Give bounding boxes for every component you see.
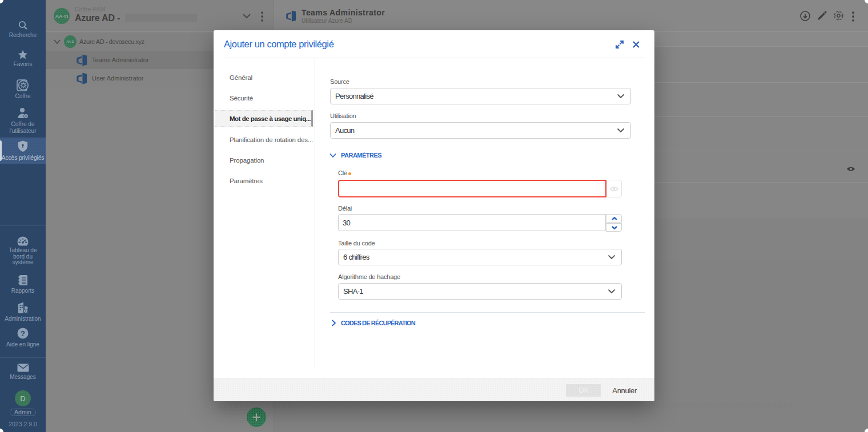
svg-text:?: ? xyxy=(21,329,25,338)
